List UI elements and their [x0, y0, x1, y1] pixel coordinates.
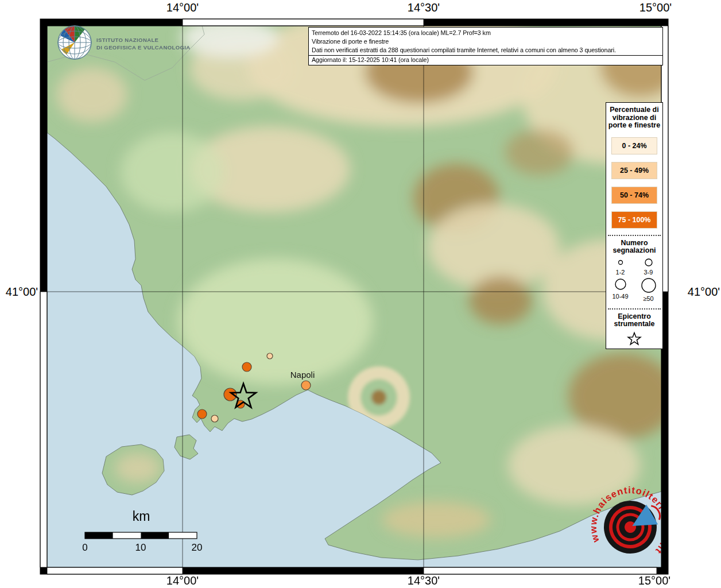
count-circle-10-49-icon [609, 277, 632, 291]
event-subtitle: Vibrazione di porte e finestre [312, 37, 660, 46]
scale-unit-label: km [133, 509, 150, 524]
legend-epicenter-title: Epicentro strumentale [608, 313, 661, 328]
event-updated: Aggiornato il: 15-12-2025 10:41 (ora loc… [309, 55, 662, 64]
city-label-napoli: Napoli [290, 370, 315, 380]
axis-label-left-41-00: 41°00' [6, 285, 38, 299]
scale-tick-20: 20 [192, 542, 203, 554]
legend-swatch-75-100: 75 - 100% [611, 211, 657, 229]
legend-divider-1 [608, 235, 661, 236]
count-label: 1-2 [606, 269, 634, 276]
felt-report-dot [267, 353, 273, 359]
ingv-name-line2: DI GEOFISICA E VULCANOLOGIA [96, 44, 191, 51]
ingv-name-line1: ISTITUTO NAZIONALE [96, 36, 191, 44]
count-circle-3-9-icon [637, 257, 660, 266]
count-class-3-9: 3-9 [634, 256, 662, 276]
scale-bar [85, 532, 197, 539]
ingv-logo: ISTITUTO NAZIONALE DI GEOFISICA E VULCAN… [96, 36, 191, 51]
count-label: 10-49 [606, 293, 634, 300]
ingv-globe-icon [58, 26, 91, 59]
legend-swatch-50-74: 50 - 74% [611, 187, 657, 204]
axis-label-right-41-00: 41°00' [688, 285, 720, 299]
scale-tick-10: 10 [135, 542, 146, 554]
legend-percentage-title: Percentuale di vibrazione di porte e fin… [608, 106, 661, 130]
felt-report-dot [211, 415, 218, 422]
legend-count-title: Numero segnalazioni [608, 239, 661, 255]
felt-report-dot [224, 388, 237, 401]
axis-label-top-14-30: 14°30' [408, 1, 440, 14]
count-class-50plus: ≥50 [634, 276, 662, 302]
event-data-note: Dati non verificati estratti da 288 ques… [312, 46, 660, 55]
count-label: ≥50 [634, 295, 662, 302]
count-circle-1-2-icon [609, 257, 632, 266]
event-title: Terremoto del 16-03-2022 15:14:35 (ora l… [312, 29, 660, 37]
legend-swatch-0-24: 0 - 24% [611, 137, 657, 154]
count-class-1-2: 1-2 [606, 256, 634, 276]
epicenter-star-icon [626, 331, 642, 347]
axis-label-bottom-15-00: 15°00' [638, 574, 670, 587]
felt-report-dot [197, 409, 207, 419]
axis-label-top-15-00: 15°00' [639, 1, 672, 14]
legend-panel: Percentuale di vibrazione di porte e fin… [606, 102, 663, 349]
axis-label-bottom-14-30: 14°30' [408, 574, 440, 587]
legend-count-classes: 1-2 3-9 10-49 ≥50 [606, 256, 662, 302]
count-class-10-49: 10-49 [606, 276, 634, 302]
legend-swatch-25-49: 25 - 49% [611, 162, 657, 179]
axis-label-top-14-00: 14°00' [166, 1, 199, 14]
scale-tick-0: 0 [82, 542, 87, 554]
axis-label-bottom-14-00: 14°00' [166, 574, 199, 587]
felt-report-dot [242, 362, 251, 372]
event-info-box: Terremoto del 16-03-2022 15:14:35 (ora l… [308, 27, 663, 65]
felt-report-dot [301, 381, 311, 390]
legend-divider-2 [608, 308, 661, 310]
count-label: 3-9 [634, 269, 662, 276]
count-circle-50plus-icon [637, 277, 660, 293]
